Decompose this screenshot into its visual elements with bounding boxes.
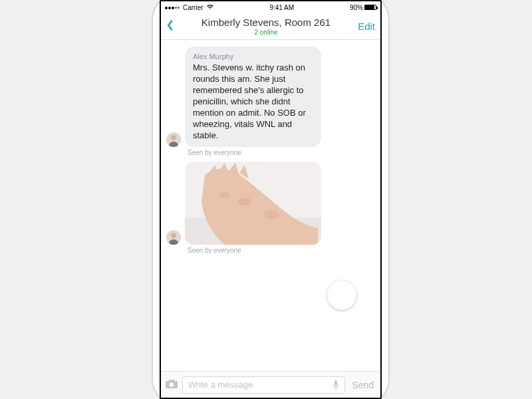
edit-button[interactable]: Edit [352, 21, 375, 32]
battery-indicator: 90% [350, 4, 376, 11]
battery-icon [364, 5, 376, 10]
status-bar: Carrier 9:41 AM 90% [161, 1, 380, 13]
wifi-icon [206, 4, 214, 11]
nav-bar: Kimberly Stevens, Room 261 2 online Edit [161, 13, 380, 40]
svg-point-10 [219, 192, 230, 198]
input-bar: Write a message Send [161, 371, 380, 398]
sender-name: Alex Murphy [193, 52, 313, 61]
input-placeholder: Write a message [188, 380, 253, 390]
message-bubble[interactable]: Alex Murphy Mrs. Stevens w. itchy rash o… [185, 47, 321, 147]
svg-point-8 [238, 198, 251, 205]
message-row [166, 162, 375, 245]
message-text: Mrs. Stevens w. itchy rash on rounds thi… [193, 63, 313, 141]
avatar[interactable] [166, 132, 181, 147]
screen: Carrier 9:41 AM 90% Kimberly Stevens, Ro… [160, 0, 382, 399]
seen-label: Seen by everyone [188, 247, 375, 254]
back-button[interactable] [166, 19, 180, 34]
microphone-icon [331, 380, 340, 390]
online-status: 2 online [180, 29, 352, 36]
signal-dots-icon [165, 4, 180, 11]
avatar[interactable] [166, 230, 181, 245]
svg-point-9 [263, 210, 279, 219]
message-input[interactable]: Write a message [182, 376, 345, 394]
phone-frame: Carrier 9:41 AM 90% Kimberly Stevens, Ro… [153, 0, 388, 399]
seen-label: Seen by everyone [188, 149, 375, 156]
chat-title: Kimberly Stevens, Room 261 [180, 17, 352, 28]
battery-pct: 90% [350, 4, 363, 11]
camera-button[interactable] [165, 378, 178, 392]
carrier-label: Carrier [183, 4, 203, 11]
camera-icon [165, 378, 178, 389]
image-attachment[interactable] [185, 162, 321, 245]
floating-action-button[interactable] [327, 281, 356, 310]
mic-button[interactable] [331, 380, 340, 392]
nav-title-group: Kimberly Stevens, Room 261 2 online [180, 17, 352, 36]
message-list[interactable]: Alex Murphy Mrs. Stevens w. itchy rash o… [161, 40, 380, 371]
message-row: Alex Murphy Mrs. Stevens w. itchy rash o… [166, 47, 375, 147]
send-button[interactable]: Send [349, 380, 376, 390]
clock-label: 9:41 AM [214, 4, 350, 11]
svg-rect-11 [334, 380, 337, 386]
chevron-left-icon [166, 19, 174, 31]
